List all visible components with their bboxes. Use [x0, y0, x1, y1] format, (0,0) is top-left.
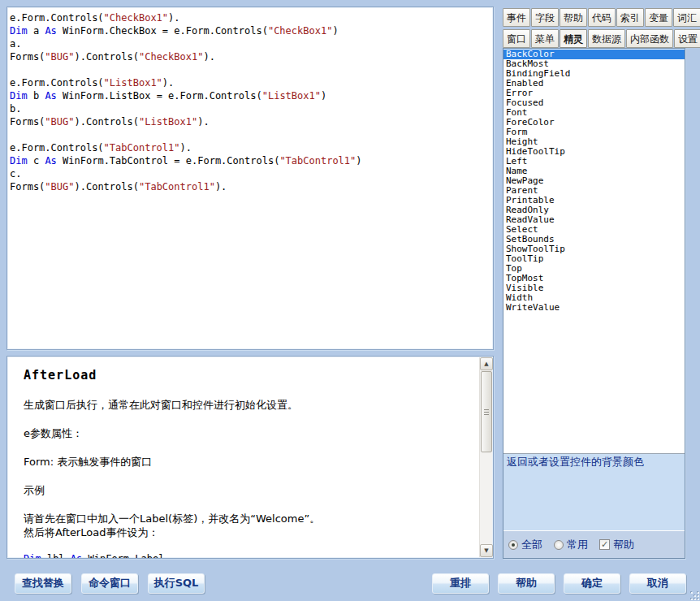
text-segment: b — [28, 90, 45, 102]
text-segment: As — [45, 90, 56, 102]
button-执行SQL[interactable]: 执行SQL — [148, 573, 205, 594]
code-line — [10, 63, 491, 76]
help-paragraph: 然后将AfterLoad事件设为： — [24, 525, 474, 539]
list-item[interactable]: WriteValue — [503, 303, 685, 313]
checkbox-帮助[interactable]: ✓帮助 — [599, 538, 634, 552]
list-item[interactable]: ForeColor — [503, 118, 685, 128]
code-line: Dim c As WinForm.TabControl = e.Form.Con… — [10, 154, 491, 167]
button-帮助[interactable]: 帮助 — [498, 573, 555, 594]
text-segment: ). — [180, 142, 192, 153]
text-segment: ).Controls( — [74, 51, 138, 63]
text-segment: 然后将AfterLoad事件设为： — [24, 526, 158, 538]
tab-代码[interactable]: 代码 — [588, 8, 616, 27]
text-segment: Forms( — [10, 181, 45, 192]
filter-row: 全部常用✓帮助 — [503, 530, 685, 558]
text-segment: ). — [215, 181, 227, 192]
text-segment: "BUG" — [45, 51, 74, 63]
right-panel: BackColorBackMostBindingFieldEnabledErro… — [503, 48, 685, 559]
text-segment: c. — [10, 168, 21, 179]
list-item[interactable]: Left — [503, 157, 685, 166]
code-line: Forms("BUG").Controls("CheckBox1"). — [10, 50, 491, 63]
checkbox-icon[interactable]: ✓ — [599, 539, 610, 550]
resize-grip-icon[interactable] — [689, 590, 699, 600]
text-segment: As — [71, 553, 82, 558]
tab-变量[interactable]: 变量 — [645, 8, 672, 27]
tab-设置[interactable]: 设置 — [674, 29, 700, 48]
text-segment: WinForm.CheckBox = e.Form.Controls( — [57, 25, 268, 37]
text-segment: "ListBox1" — [139, 116, 197, 128]
tab-窗口[interactable]: 窗口 — [503, 29, 530, 48]
text-segment: ).Controls( — [74, 116, 138, 128]
text-segment: Form: 表示触发事件的窗口 — [24, 456, 152, 468]
text-segment: Dim — [10, 155, 28, 166]
tab-数据源[interactable]: 数据源 — [588, 29, 625, 48]
radio-常用[interactable]: 常用 — [554, 538, 588, 552]
text-segment: Forms( — [10, 51, 45, 63]
text-segment: 请首先在窗口中加入一个Label(标签)，并改名为“Welcome”。 — [24, 512, 320, 525]
tab-菜单[interactable]: 菜单 — [531, 29, 559, 48]
help-panel: AfterLoad生成窗口后执行，通常在此对窗口和控件进行初始化设置。e参数属性… — [6, 356, 494, 559]
property-list: BackColorBackMostBindingFieldEnabledErro… — [503, 49, 685, 453]
tab-内部函数[interactable]: 内部函数 — [626, 29, 673, 48]
text-segment: ). — [168, 12, 179, 24]
help-paragraph: e参数属性： — [24, 426, 474, 440]
text-segment: "CheckBox1" — [268, 25, 332, 37]
tab-帮助[interactable]: 帮助 — [560, 8, 587, 27]
text-segment: "ListBox1" — [104, 77, 162, 89]
button-命令窗口[interactable]: 命令窗口 — [81, 573, 138, 594]
text-segment: WinForm.ListBox = e.Form.Controls( — [57, 90, 262, 102]
text-segment: a — [28, 25, 45, 37]
scroll-up-icon[interactable]: ▲ — [480, 357, 493, 370]
radio-全部[interactable]: 全部 — [508, 538, 542, 552]
text-segment: As — [45, 155, 56, 166]
tab-row-1: 事件字段帮助代码索引变量词汇 — [503, 8, 700, 27]
filter-label: 常用 — [567, 538, 588, 552]
tab-row-2: 窗口菜单精灵数据源内部函数设置 — [503, 29, 700, 48]
text-segment: lbl — [41, 553, 71, 558]
tab-精灵[interactable]: 精灵 — [560, 29, 587, 48]
help-paragraph: 示例 — [24, 483, 474, 497]
code-editor[interactable]: e.Form.Controls("CheckBox1").Dim a As Wi… — [6, 6, 494, 350]
button-查找替换[interactable]: 查找替换 — [15, 573, 71, 594]
text-segment: e.Form.Controls( — [10, 77, 104, 89]
radio-icon[interactable] — [554, 540, 564, 550]
text-segment: a. — [10, 38, 21, 50]
text-segment: c — [28, 155, 45, 166]
tab-事件[interactable]: 事件 — [503, 8, 530, 27]
list-item[interactable]: Focused — [503, 98, 685, 108]
code-line: e.Form.Controls("TabControl1"). — [10, 141, 491, 154]
button-确定[interactable]: 确定 — [564, 573, 620, 594]
text-segment: 生成窗口后执行，通常在此对窗口和控件进行初始化设置。 — [24, 399, 298, 411]
text-segment: "CheckBox1" — [139, 51, 203, 63]
help-scrollbar[interactable]: ▲ ▼ — [479, 357, 492, 557]
text-segment: Dim — [10, 25, 28, 37]
code-editor-content: e.Form.Controls("CheckBox1").Dim a As Wi… — [7, 7, 493, 193]
text-segment: "TabControl1" — [139, 181, 215, 192]
tab-字段[interactable]: 字段 — [531, 8, 559, 27]
scrollbar-thumb[interactable] — [481, 371, 492, 452]
tab-词汇[interactable]: 词汇 — [673, 8, 700, 27]
tab-索引[interactable]: 索引 — [616, 8, 644, 27]
text-segment: e.Form.Controls( — [10, 12, 104, 24]
scroll-down-icon[interactable]: ▼ — [480, 544, 493, 557]
text-segment: b. — [10, 103, 21, 115]
code-line: Dim b As WinForm.ListBox = e.Form.Contro… — [10, 89, 491, 102]
text-segment: e.Form.Controls( — [10, 142, 104, 153]
text-segment: "BUG" — [45, 116, 74, 128]
text-segment: ). — [203, 51, 214, 63]
help-paragraph: 请首先在窗口中加入一个Label(标签)，并改名为“Welcome”。 — [24, 512, 474, 525]
radio-icon[interactable] — [508, 540, 518, 550]
code-line: a. — [10, 37, 491, 50]
help-paragraph: Form: 表示触发事件的窗口 — [24, 455, 474, 469]
code-line: c. — [10, 167, 491, 180]
button-取消[interactable]: 取消 — [629, 573, 686, 594]
help-content: AfterLoad生成窗口后执行，通常在此对窗口和控件进行初始化设置。e参数属性… — [7, 357, 479, 558]
button-重排[interactable]: 重排 — [432, 573, 489, 594]
text-segment: ) — [332, 25, 338, 37]
filter-label: 全部 — [521, 538, 542, 552]
list-item[interactable]: ToolTip — [503, 254, 685, 264]
list-item[interactable]: HideToolTip — [503, 147, 685, 157]
text-segment: WinForm.TabControl = e.Form.Controls( — [57, 155, 280, 166]
helper-window: e.Form.Controls("CheckBox1").Dim a As Wi… — [0, 0, 700, 601]
help-paragraph: AfterLoad — [24, 368, 474, 383]
